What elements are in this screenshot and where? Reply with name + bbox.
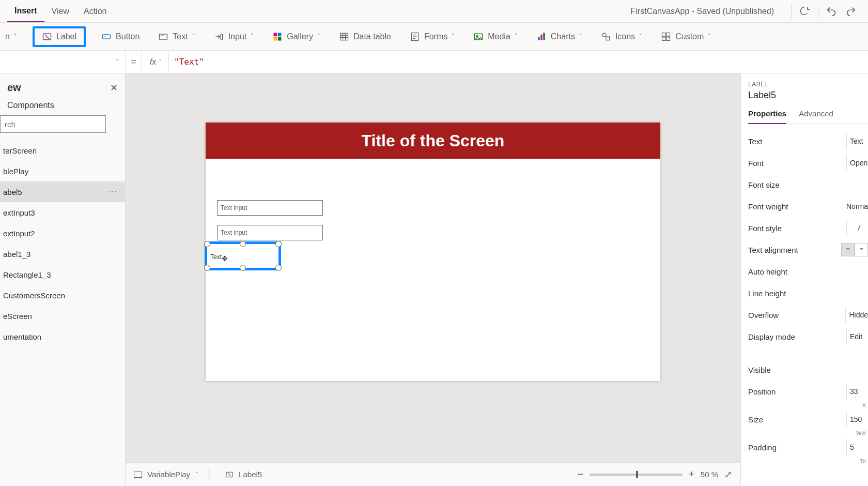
ribbon-datatable[interactable]: Data table xyxy=(336,28,394,45)
zoom-thumb[interactable] xyxy=(636,471,638,478)
app-checker-icon[interactable] xyxy=(795,2,815,21)
ribbon-button[interactable]: Button xyxy=(98,28,143,45)
align-left-button[interactable]: ≡ xyxy=(841,243,855,256)
properties-panel: LABEL Label5 Properties Advanced TextTex… xyxy=(740,73,868,486)
ribbon-charts[interactable]: Charts ˅ xyxy=(533,28,585,45)
tree-item[interactable]: CustomersScreen xyxy=(0,285,125,306)
tree-item[interactable]: eScreen xyxy=(0,306,125,326)
prop-fontweight[interactable]: Font weightNorma xyxy=(748,195,868,217)
resize-handle[interactable] xyxy=(275,265,282,271)
prop-position-sublabel: X xyxy=(748,402,868,408)
formula-fx-button[interactable]: fx˅ xyxy=(142,51,169,73)
ribbon-icons[interactable]: Icons ˅ xyxy=(598,28,645,45)
breadcrumb-screen[interactable]: VariablePlay ˅ xyxy=(134,470,198,479)
ribbon-gallery[interactable]: Gallery ˅ xyxy=(269,28,323,45)
app-canvas[interactable]: Title of the Screen Text input Text inpu… xyxy=(206,123,660,381)
tree-item[interactable]: abel1_3 xyxy=(0,244,125,264)
svg-point-11 xyxy=(476,35,478,36)
ribbon-input-label: Input xyxy=(228,32,247,41)
ribbon-text[interactable]: Text ˅ xyxy=(155,28,198,45)
prop-font[interactable]: FontOpen xyxy=(748,152,868,174)
tree-item[interactable]: umentation xyxy=(0,326,125,347)
svg-rect-7 xyxy=(278,37,282,40)
move-cursor-icon: ✥ xyxy=(222,254,228,263)
control-name: Label5 xyxy=(748,90,868,101)
zoom-slider[interactable] xyxy=(590,474,683,476)
datatable-icon xyxy=(339,32,349,42)
prop-displaymode[interactable]: Display modeEdit xyxy=(748,326,868,347)
canvas-textinput-2[interactable]: Text input xyxy=(217,225,323,240)
ribbon-custom-label: Custom xyxy=(675,32,704,41)
tree-search xyxy=(0,115,118,133)
ribbon-custom[interactable]: Custom ˅ xyxy=(658,28,714,45)
ribbon-forms[interactable]: Forms ˅ xyxy=(407,28,458,45)
tree-item[interactable]: extInput3 xyxy=(0,202,125,223)
resize-handle[interactable] xyxy=(240,241,246,247)
svg-rect-14 xyxy=(543,33,545,40)
menu-tab-action[interactable]: Action xyxy=(76,0,114,22)
prop-fontsize[interactable]: Font size xyxy=(748,174,868,195)
prop-size[interactable]: Size150 xyxy=(748,408,868,430)
ribbon-label-highlighted: Label xyxy=(33,26,86,47)
zoom-out-button[interactable]: − xyxy=(578,468,584,480)
prop-autoheight[interactable]: Auto height xyxy=(748,261,868,282)
formula-input[interactable]: "Text" xyxy=(169,51,868,73)
gallery-icon xyxy=(272,32,283,42)
canvas-label-selected[interactable]: Text ✥ xyxy=(205,241,281,270)
divider xyxy=(818,4,818,19)
canvas-textinput-1[interactable]: Text input xyxy=(217,200,323,216)
close-icon[interactable]: ✕ xyxy=(110,82,118,94)
tree-tab-components[interactable]: Components xyxy=(0,97,125,115)
svg-rect-16 xyxy=(606,37,610,40)
chevron-down-icon: ˅ xyxy=(158,59,161,65)
prop-text[interactable]: TextText xyxy=(748,130,868,152)
align-center-button[interactable]: ≡ xyxy=(855,243,868,256)
prop-fontstyle[interactable]: Font style/ xyxy=(748,217,868,239)
prop-overflow[interactable]: OverflowHidde xyxy=(748,304,868,326)
undo-icon[interactable] xyxy=(822,2,841,21)
tree-search-input[interactable] xyxy=(0,115,106,133)
chevron-down-icon: ˅ xyxy=(14,33,17,40)
resize-handle[interactable] xyxy=(275,241,282,247)
zoom-in-button[interactable]: + xyxy=(689,469,694,480)
canvas-label-text: Text xyxy=(210,253,222,261)
props-tab-properties[interactable]: Properties xyxy=(748,109,786,124)
tree-item[interactable]: Rectangle1_3 xyxy=(0,264,125,285)
prop-textalignment[interactable]: Text alignment ≡ ≡ xyxy=(748,239,868,261)
resize-handle[interactable] xyxy=(240,265,246,271)
more-icon[interactable]: ··· xyxy=(108,187,118,196)
chevron-down-icon: ˅ xyxy=(116,58,119,66)
zoom-percent: 50 % xyxy=(701,470,718,479)
tree-item[interactable]: terScreen xyxy=(0,140,125,161)
chevron-down-icon: ˅ xyxy=(452,33,455,40)
ribbon-label-button[interactable]: Label xyxy=(42,32,76,42)
prop-padding[interactable]: Padding5 xyxy=(748,436,868,458)
redo-icon[interactable] xyxy=(841,2,861,21)
icons-icon xyxy=(601,32,611,42)
ribbon-truncated[interactable]: n˅ xyxy=(5,29,20,44)
menu-tab-view[interactable]: View xyxy=(44,0,76,22)
custom-icon xyxy=(661,32,671,42)
svg-rect-17 xyxy=(662,33,666,36)
props-tab-advanced[interactable]: Advanced xyxy=(799,109,833,124)
chevron-down-icon: ˅ xyxy=(192,33,195,40)
resize-handle[interactable] xyxy=(204,241,210,247)
prop-lineheight[interactable]: Line height xyxy=(748,282,868,304)
svg-rect-2 xyxy=(160,34,167,39)
canvas-area[interactable]: Title of the Screen Text input Text inpu… xyxy=(126,73,740,462)
ribbon-input[interactable]: Input ˅ xyxy=(211,28,257,45)
svg-rect-12 xyxy=(538,37,539,40)
tree-item-selected[interactable]: abel5··· xyxy=(0,181,125,202)
tree-item[interactable]: extInput2 xyxy=(0,223,125,244)
tree-item[interactable]: blePlay xyxy=(0,161,125,181)
prop-position[interactable]: Position33 xyxy=(748,381,868,402)
ribbon-media[interactable]: Media ˅ xyxy=(470,28,521,45)
resize-handle[interactable] xyxy=(204,265,210,271)
screen-title-banner[interactable]: Title of the Screen xyxy=(206,123,660,159)
breadcrumb-control[interactable]: Label5 xyxy=(225,470,262,479)
property-selector[interactable]: ˅ xyxy=(0,51,126,73)
prop-visible[interactable]: Visible xyxy=(748,359,868,381)
fit-to-window-icon[interactable]: ⤢ xyxy=(724,469,732,480)
menu-tab-insert[interactable]: Insert xyxy=(7,0,44,22)
tree-view-panel: ew ✕ Components terScreen blePlay abel5·… xyxy=(0,73,126,486)
